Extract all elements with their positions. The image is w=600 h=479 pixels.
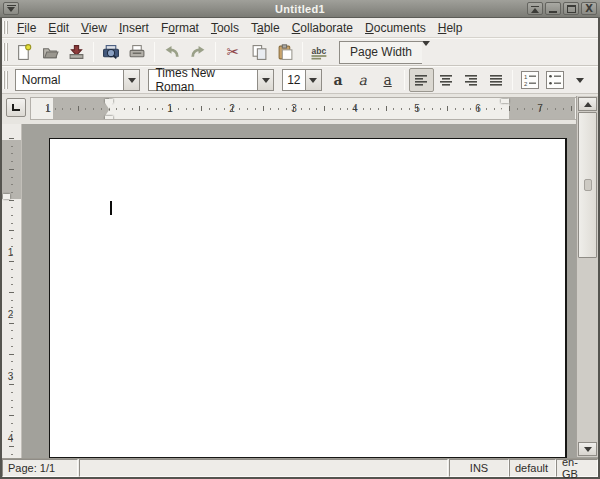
open-button[interactable]	[37, 40, 63, 64]
menu-help[interactable]: Help	[432, 19, 469, 37]
chevron-down-icon	[262, 78, 270, 83]
print-button[interactable]	[124, 40, 150, 64]
font-value[interactable]: Times New Roman	[148, 69, 257, 91]
print-icon	[128, 44, 146, 61]
ruler-number: 6	[475, 102, 481, 116]
language-indicator[interactable]: en-GB	[556, 459, 598, 477]
save-icon	[68, 44, 85, 61]
maximize-icon	[567, 5, 576, 13]
italic-button[interactable]: a	[350, 68, 375, 92]
page-indicator: Page: 1/1	[2, 459, 78, 477]
tab-stop-selector-button[interactable]	[6, 98, 26, 117]
ruler-number: 2	[229, 102, 235, 116]
menu-insert[interactable]: Insert	[113, 19, 155, 37]
numbered-list-button[interactable]: 1 2	[517, 68, 542, 92]
menubar-grip[interactable]	[3, 21, 8, 34]
menubar: File Edit View Insert Format Tools Table…	[2, 18, 598, 38]
style-combo: Normal	[15, 69, 141, 91]
new-document-button[interactable]	[11, 40, 37, 64]
menu-view[interactable]: View	[75, 19, 113, 37]
font-size-dropdown-button[interactable]	[305, 69, 322, 91]
print-preview-icon	[102, 44, 120, 61]
new-document-icon	[16, 44, 33, 61]
align-center-icon	[438, 72, 454, 88]
right-indent-marker[interactable]	[501, 99, 509, 103]
vertical-scrollbar[interactable]	[576, 96, 598, 457]
ruler-number: 3	[291, 102, 297, 116]
left-indent-marker[interactable]	[105, 116, 113, 120]
menu-collaborate[interactable]: Collaborate	[286, 19, 359, 37]
font-size-value[interactable]: 12	[282, 69, 304, 91]
document-canvas[interactable]	[22, 124, 574, 458]
menu-tools[interactable]: Tools	[205, 19, 245, 37]
minimize-button[interactable]	[545, 2, 561, 15]
open-folder-icon	[42, 44, 59, 61]
copy-icon	[251, 44, 268, 61]
zoom-combo: Page Width	[339, 41, 430, 64]
page[interactable]	[49, 138, 567, 458]
align-right-icon	[463, 72, 479, 88]
align-left-icon	[413, 72, 429, 88]
bulleted-list-button[interactable]	[542, 68, 567, 92]
redo-icon	[189, 44, 207, 61]
ruler-number: 1	[2, 247, 19, 258]
vertical-ruler[interactable]: 1 2 3 4	[2, 124, 22, 458]
paste-button[interactable]	[272, 40, 298, 64]
zoom-value[interactable]: Page Width	[339, 41, 422, 64]
toolbar-standard: ✂ abc Page Width	[2, 38, 598, 66]
insert-mode-indicator[interactable]: INS	[449, 459, 509, 477]
style-dropdown-button[interactable]	[123, 69, 140, 91]
separator	[215, 42, 216, 62]
menu-file[interactable]: File	[11, 19, 42, 37]
ruler-number: 3	[2, 371, 19, 382]
window-menu-button[interactable]	[3, 2, 19, 15]
align-right-button[interactable]	[459, 68, 484, 92]
ruler-number: 7	[537, 102, 543, 116]
cut-button[interactable]: ✂	[220, 40, 246, 64]
horizontal-ruler[interactable]: 1 1 2 3 4 5 6 7	[30, 97, 577, 120]
align-left-button[interactable]	[409, 68, 434, 92]
maximize-button[interactable]	[563, 2, 579, 15]
shade-icon	[531, 8, 539, 13]
undo-button[interactable]	[159, 40, 185, 64]
titlebar[interactable]: Untitled1 X	[0, 0, 600, 18]
align-center-button[interactable]	[434, 68, 459, 92]
spellcheck-button[interactable]: abc	[307, 40, 333, 64]
toolbar-grip[interactable]	[3, 43, 8, 61]
toolbar-overflow-button[interactable]	[567, 68, 592, 92]
scroll-down-button[interactable]	[578, 442, 597, 456]
first-line-indent-marker[interactable]	[105, 99, 113, 103]
shade-button[interactable]	[527, 2, 543, 15]
ruler-row: 1 1 2 3 4 5 6 7	[2, 94, 598, 124]
separator	[302, 42, 303, 62]
redo-button[interactable]	[185, 40, 211, 64]
close-button[interactable]: X	[581, 2, 597, 15]
print-preview-button[interactable]	[98, 40, 124, 64]
style-value[interactable]: Normal	[15, 69, 124, 91]
style-indicator[interactable]: default	[509, 459, 556, 477]
top-margin-marker[interactable]	[3, 194, 10, 199]
save-button[interactable]	[63, 40, 89, 64]
italic-icon: a	[359, 73, 367, 87]
menu-format[interactable]: Format	[155, 19, 205, 37]
scrollbar-thumb[interactable]	[578, 112, 597, 258]
font-size-combo: 12	[282, 69, 321, 91]
menu-table[interactable]: Table	[245, 19, 286, 37]
ruler-number: 4	[2, 433, 19, 444]
menu-edit[interactable]: Edit	[42, 19, 75, 37]
chevron-down-icon	[584, 447, 592, 452]
align-justify-button[interactable]	[484, 68, 509, 92]
toolbar-grip[interactable]	[3, 71, 8, 89]
separator	[512, 70, 513, 90]
scroll-up-button[interactable]	[578, 97, 597, 111]
paste-clipboard-icon	[277, 44, 294, 61]
underline-button[interactable]: a	[375, 68, 400, 92]
copy-button[interactable]	[246, 40, 272, 64]
menu-documents[interactable]: Documents	[359, 19, 432, 37]
font-dropdown-button[interactable]	[257, 69, 274, 91]
zoom-dropdown-button[interactable]	[422, 41, 430, 64]
chevron-down-icon	[576, 78, 584, 83]
chevron-down-icon	[422, 41, 430, 46]
bold-button[interactable]: a	[326, 68, 351, 92]
minimize-icon	[549, 11, 557, 13]
